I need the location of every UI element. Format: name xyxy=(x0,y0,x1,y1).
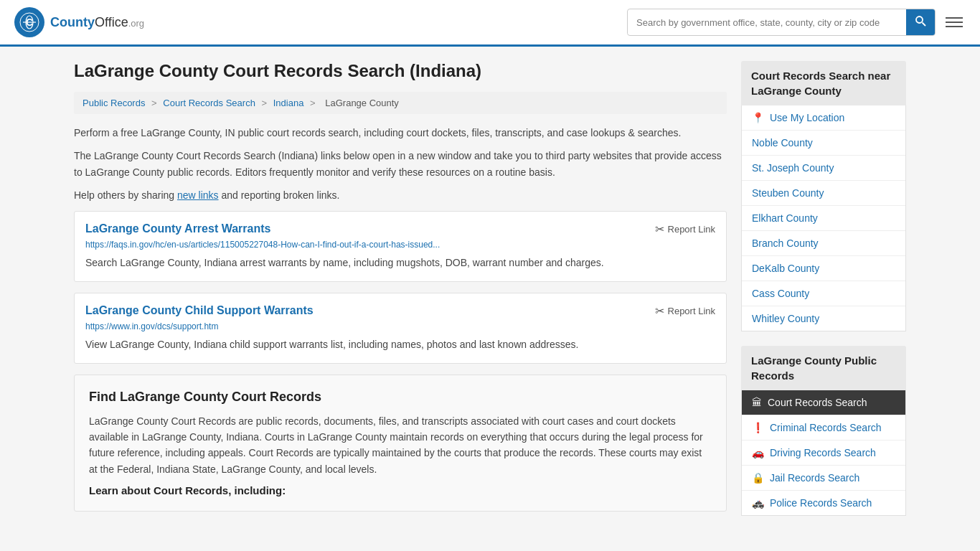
record-link-1[interactable]: LaGrange County Arrest Warrants xyxy=(85,222,270,235)
record-title-1: LaGrange County Arrest Warrants xyxy=(85,222,270,235)
criminal-records-link[interactable]: Criminal Records Search xyxy=(770,422,882,433)
search-bar xyxy=(627,9,936,36)
whitley-county-link[interactable]: Whitley County xyxy=(752,313,819,324)
nearby-section: Court Records Search near LaGrange Count… xyxy=(741,61,906,331)
noble-county-link[interactable]: Noble County xyxy=(752,137,813,149)
st-joseph-county-link[interactable]: St. Joseph County xyxy=(752,162,834,174)
content-area: LaGrange County Court Records Search (In… xyxy=(74,61,727,530)
record-url-2: https://www.in.gov/dcs/support.htm xyxy=(85,321,715,331)
elkhart-county-link[interactable]: Elkhart County xyxy=(752,212,818,224)
pub-rec-court-records[interactable]: 🏛 Court Records Search xyxy=(742,390,905,415)
main-container: LaGrange County Court Records Search (In… xyxy=(60,47,920,545)
dekalb-county-link[interactable]: DeKalb County xyxy=(752,263,819,274)
nearby-county-steuben[interactable]: Steuben County xyxy=(742,181,905,206)
record-title-2: LaGrange County Child Support Warrants xyxy=(85,304,314,317)
location-icon: 📍 xyxy=(752,112,764,123)
nearby-county-branch[interactable]: Branch County xyxy=(742,231,905,256)
record-desc-2: View LaGrange County, Indiana child supp… xyxy=(85,337,715,352)
police-icon: 🚓 xyxy=(752,497,764,509)
steuben-county-link[interactable]: Steuben County xyxy=(752,187,824,199)
driving-records-link[interactable]: Driving Records Search xyxy=(770,447,876,458)
branch-county-link[interactable]: Branch County xyxy=(752,237,819,249)
court-records-link[interactable]: Court Records Search xyxy=(768,397,867,408)
public-records-heading: LaGrange County Public Records xyxy=(741,346,906,390)
search-button[interactable] xyxy=(906,9,935,35)
nearby-county-st-joseph[interactable]: St. Joseph County xyxy=(742,156,905,181)
court-icon: 🏛 xyxy=(752,397,762,408)
search-input[interactable] xyxy=(628,11,906,34)
intro-paragraph-2: The LaGrange County Court Records Search… xyxy=(74,148,727,180)
nearby-county-cass[interactable]: Cass County xyxy=(742,281,905,306)
new-links-link[interactable]: new links xyxy=(177,189,219,201)
criminal-icon: ❗ xyxy=(752,422,764,433)
intro-paragraph-1: Perform a free LaGrange County, IN publi… xyxy=(74,125,727,141)
breadcrumb-lagrange-county: LaGrange County xyxy=(325,98,399,108)
logo-icon: C xyxy=(14,7,44,37)
page-title: LaGrange County Court Records Search (In… xyxy=(74,61,727,81)
driving-icon: 🚗 xyxy=(752,447,764,458)
pub-rec-criminal[interactable]: ❗ Criminal Records Search xyxy=(742,415,905,441)
header-right xyxy=(627,9,966,36)
nearby-county-dekalb[interactable]: DeKalb County xyxy=(742,256,905,281)
use-location-link[interactable]: Use My Location xyxy=(770,112,844,123)
find-records-section: Find LaGrange County Court Records LaGra… xyxy=(74,375,727,512)
police-records-link[interactable]: Police Records Search xyxy=(770,497,872,509)
nearby-county-whitley[interactable]: Whitley County xyxy=(742,306,905,331)
report-icon-1: ✂ xyxy=(655,222,664,236)
nearby-heading: Court Records Search near LaGrange Count… xyxy=(741,61,906,105)
nearby-county-elkhart[interactable]: Elkhart County xyxy=(742,206,905,231)
svg-point-4 xyxy=(916,17,923,23)
breadcrumb: Public Records > Court Records Search > … xyxy=(74,92,727,114)
public-records-section: LaGrange County Public Records 🏛 Court R… xyxy=(741,346,906,516)
pub-rec-jail[interactable]: 🔒 Jail Records Search xyxy=(742,466,905,491)
jail-records-link[interactable]: Jail Records Search xyxy=(770,472,859,484)
pub-rec-police[interactable]: 🚓 Police Records Search xyxy=(742,491,905,515)
find-section-body: LaGrange County Court Records are public… xyxy=(89,413,712,478)
nearby-county-list: 📍 Use My Location Noble County St. Josep… xyxy=(741,105,906,331)
menu-button[interactable] xyxy=(943,14,966,30)
public-records-list: 🏛 Court Records Search ❗ Criminal Record… xyxy=(741,390,906,516)
report-icon-2: ✂ xyxy=(655,304,664,318)
sidebar: Court Records Search near LaGrange Count… xyxy=(741,61,906,530)
breadcrumb-public-records[interactable]: Public Records xyxy=(83,98,145,108)
record-link-2[interactable]: LaGrange County Child Support Warrants xyxy=(85,304,314,316)
nearby-county-noble[interactable]: Noble County xyxy=(742,131,905,156)
logo-area: C CountyOffice.org xyxy=(14,7,144,37)
learn-heading: Learn about Court Records, including: xyxy=(89,484,712,496)
record-desc-1: Search LaGrange County, Indiana arrest w… xyxy=(85,255,715,270)
record-item-1: LaGrange County Arrest Warrants ✂ Report… xyxy=(74,211,727,282)
breadcrumb-indiana[interactable]: Indiana xyxy=(273,98,304,108)
intro-paragraph-3: Help others by sharing new links and rep… xyxy=(74,187,727,203)
find-section-heading: Find LaGrange County Court Records xyxy=(89,390,712,405)
breadcrumb-court-records-search[interactable]: Court Records Search xyxy=(163,98,255,108)
jail-icon: 🔒 xyxy=(752,472,764,484)
logo-text: CountyOffice.org xyxy=(50,15,144,30)
use-location-item[interactable]: 📍 Use My Location xyxy=(742,105,905,131)
report-link-1[interactable]: ✂ Report Link xyxy=(655,222,715,236)
svg-line-5 xyxy=(923,23,926,27)
record-url-1: https://faqs.in.gov/hc/en-us/articles/11… xyxy=(85,240,715,250)
site-header: C CountyOffice.org xyxy=(0,0,980,47)
pub-rec-driving[interactable]: 🚗 Driving Records Search xyxy=(742,441,905,466)
report-link-2[interactable]: ✂ Report Link xyxy=(655,304,715,318)
record-item-2: LaGrange County Child Support Warrants ✂… xyxy=(74,293,727,364)
cass-county-link[interactable]: Cass County xyxy=(752,288,809,299)
